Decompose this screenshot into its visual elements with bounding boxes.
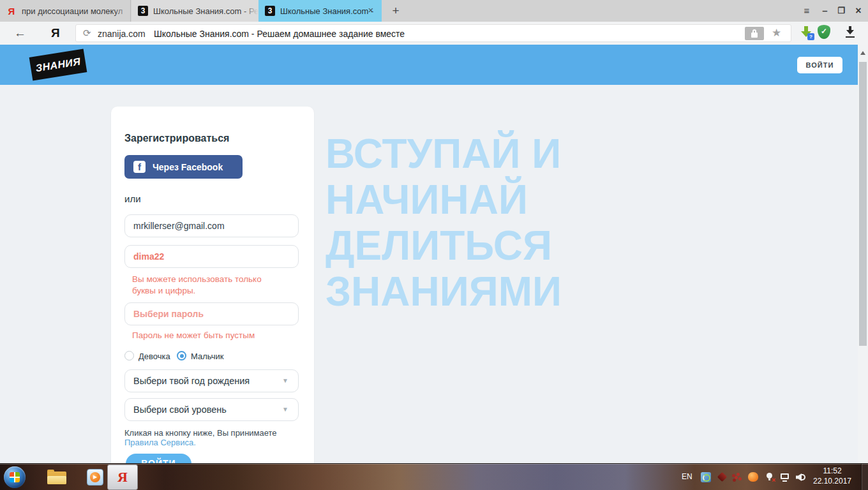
hero-line: ЗНАНИЯМИ: [326, 269, 562, 315]
registration-title: Зарегистрироваться: [124, 133, 229, 144]
show-desktop-button[interactable]: [861, 464, 868, 490]
email-field[interactable]: [124, 214, 299, 237]
hero-line: НАЧИНАЙ: [326, 177, 562, 223]
url-domain: znanija.com: [98, 29, 146, 39]
znanija-logo[interactable]: ЗНАНИЯ: [29, 49, 87, 81]
yandex-logo-icon[interactable]: Я: [51, 26, 60, 40]
lock-icon[interactable]: [745, 27, 764, 40]
facebook-button-label: Через Facebook: [153, 162, 223, 172]
znanija-favicon: 3: [138, 6, 148, 16]
play-icon: ▶: [90, 472, 100, 482]
windows-flag-icon: [10, 472, 20, 482]
restore-icon[interactable]: ❐: [834, 4, 848, 17]
time-text: 11:52: [823, 466, 841, 475]
girl-radio[interactable]: [124, 351, 134, 360]
volume-icon[interactable]: [796, 472, 806, 482]
network-icon[interactable]: [780, 472, 790, 482]
close-icon[interactable]: ×: [851, 4, 865, 17]
birth-year-placeholder: Выбери твой год рождения: [133, 376, 250, 386]
scroll-up-icon[interactable]: [860, 48, 865, 55]
tray-program-icon[interactable]: [701, 472, 711, 482]
new-tab-button[interactable]: +: [388, 3, 403, 19]
browser-tab-bar: Я при диссоциации молекул 3 Школьные Зна…: [0, 0, 868, 22]
submit-button[interactable]: ВОЙТИ: [126, 454, 191, 463]
refresh-icon[interactable]: ⟳: [83, 27, 91, 39]
speaker-wave: [802, 474, 805, 480]
password-error-text: Пароль не может быть пустым: [132, 330, 255, 340]
monitor-stand: [782, 480, 787, 482]
chevron-down-icon: ▼: [282, 399, 288, 420]
terms-link[interactable]: Правила Сервиса.: [124, 438, 196, 447]
monitor-screen: [781, 473, 789, 479]
username-error-text: Вы можете использовать только буквы и ци…: [132, 274, 279, 297]
chevron-down-icon: ▼: [282, 370, 288, 392]
bulb-base: [768, 478, 770, 480]
scrollbar[interactable]: [858, 45, 868, 463]
tray-antivirus-icon[interactable]: [748, 472, 758, 482]
hero-line: ДЕЛИТЬСЯ: [326, 223, 562, 269]
back-icon[interactable]: ←: [14, 26, 26, 40]
screen: Я при диссоциации молекул 3 Школьные Зна…: [0, 0, 868, 490]
address-input[interactable]: ⟳ znanija.com Школьные Знания.com - Реша…: [75, 24, 791, 42]
browser-tab-active[interactable]: 3 Школьные Знания.com - ×: [258, 0, 382, 22]
boy-radio-selected[interactable]: [177, 351, 186, 360]
yandex-favicon: Я: [6, 6, 17, 16]
menu-icon[interactable]: ≡: [800, 4, 814, 17]
girl-radio-label[interactable]: Девочка: [138, 352, 170, 361]
registration-card: Зарегистрироваться f Через Facebook или …: [111, 107, 314, 463]
browser-tab-2[interactable]: 3 Школьные Знания.com - Ре: [131, 0, 258, 22]
yandex-y-icon: Я: [117, 469, 128, 486]
date-text: 22.10.2017: [813, 477, 851, 486]
tray-dots-icon[interactable]: [735, 476, 738, 479]
birth-year-select[interactable]: Выбери твой год рождения ▼: [124, 369, 299, 392]
media-player-taskbar-icon[interactable]: ▶: [87, 469, 103, 486]
tray-update-icon[interactable]: ×: [765, 472, 775, 482]
language-indicator[interactable]: EN: [682, 472, 692, 481]
facebook-signup-button[interactable]: f Через Facebook: [124, 155, 243, 179]
hero-line: ВСТУПАЙ И: [326, 131, 562, 177]
folder-front: [47, 476, 66, 484]
boy-radio-label[interactable]: Мальчик: [191, 352, 223, 361]
tab-fade: [114, 0, 130, 22]
or-label: или: [124, 193, 141, 204]
downloads-icon[interactable]: [845, 26, 855, 38]
adguard-shield-icon[interactable]: ✓: [818, 25, 830, 39]
tab-close-icon[interactable]: ×: [366, 5, 376, 15]
site-header: ЗНАНИЯ ВОЙТИ: [0, 45, 868, 85]
level-placeholder: Выбери свой уровень: [133, 405, 227, 415]
browser-address-bar: ← Я ⟳ znanija.com Школьные Знания.com - …: [0, 22, 868, 45]
header-login-button[interactable]: ВОЙТИ: [797, 57, 842, 73]
clock[interactable]: 11:52 22.10.2017: [812, 466, 853, 486]
savefrom-extension-icon[interactable]: ?: [799, 26, 813, 40]
browser-tab-1[interactable]: Я при диссоциации молекул: [0, 0, 131, 22]
znanija-favicon: 3: [265, 6, 275, 16]
url-page-title: Школьные Знания.com - Решаем домашнее за…: [154, 29, 405, 39]
tab-title: при диссоциации молекул: [22, 6, 123, 16]
hero-text: ВСТУПАЙ И НАЧИНАЙ ДЕЛИТЬСЯ ЗНАНИЯМИ: [326, 131, 562, 315]
tray-diamond-icon[interactable]: [717, 472, 728, 482]
level-select[interactable]: Выбери свой уровень ▼: [124, 398, 299, 421]
minimize-icon[interactable]: –: [818, 4, 832, 17]
arrow-bar: [846, 36, 855, 38]
logo-text: ЗНАНИЯ: [34, 56, 81, 74]
terms-line: Кликая на кнопку ниже, Вы принимаете: [124, 428, 277, 438]
bookmark-star-icon[interactable]: ★: [772, 26, 781, 40]
scrollbar-thumb[interactable]: [859, 62, 867, 346]
lock-body: [751, 33, 758, 38]
question-badge: ?: [807, 33, 814, 40]
start-button[interactable]: [4, 466, 26, 488]
explorer-taskbar-icon[interactable]: [47, 470, 66, 484]
tab-fade: [242, 0, 258, 22]
terms-text: Кликая на кнопку ниже, Вы принимаете Пра…: [124, 428, 277, 447]
speaker-body: [796, 473, 802, 481]
password-field[interactable]: [124, 302, 299, 325]
page-content: Зарегистрироваться f Через Facebook или …: [0, 85, 858, 463]
facebook-icon: f: [133, 161, 146, 173]
username-field[interactable]: [124, 245, 299, 268]
windows-taskbar: ▶ Я EN × 11:52 22.10.2017: [0, 463, 868, 490]
error-x-icon: ×: [772, 477, 775, 484]
tab-title: Школьные Знания.com -: [280, 6, 373, 16]
yandex-browser-taskbar-button[interactable]: Я: [107, 464, 138, 490]
